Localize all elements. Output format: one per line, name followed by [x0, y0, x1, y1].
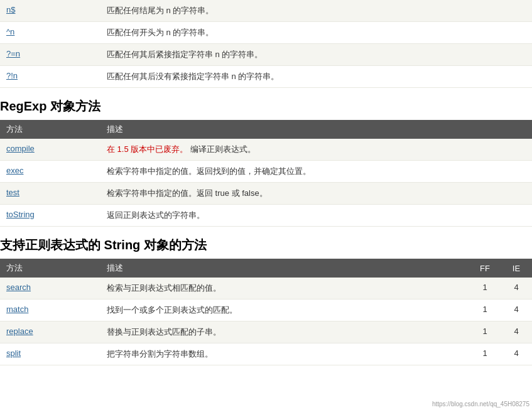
string-table: 方法 描述 FF IE search检索与正则表达式相匹配的值。14match找… [0, 259, 532, 365]
table-row: compile在 1.5 版本中已废弃。 编译正则表达式。 [0, 139, 532, 161]
string-title: 支持正则表达式的 String 对象的方法 [0, 237, 532, 254]
string-desc-cell: 替换与正则表达式匹配的子串。 [100, 321, 469, 343]
top-table-method-cell: n$ [0, 0, 100, 22]
regexp-method-cell: exec [0, 161, 100, 183]
string-method-cell: match [0, 299, 100, 321]
table-row: match找到一个或多个正则表达式的匹配。14 [0, 299, 532, 321]
top-table-method-link[interactable]: ?=n [6, 49, 20, 58]
string-method-cell: split [0, 343, 100, 365]
top-table-desc-cell: 匹配任何其后紧接指定字符串 n 的字符串。 [100, 44, 532, 66]
table-row: split把字符串分割为字符串数组。14 [0, 343, 532, 365]
string-ie-cell: 4 [501, 321, 532, 343]
table-row: toString返回正则表达式的字符串。 [0, 205, 532, 227]
top-table-method-link[interactable]: ^n [6, 27, 14, 36]
table-row: search检索与正则表达式相匹配的值。14 [0, 278, 532, 299]
regexp-desc-cell: 检索字符串中指定的值。返回找到的值，并确定其位置。 [100, 161, 532, 183]
regexp-desc-cell: 在 1.5 版本中已废弃。 编译正则表达式。 [100, 139, 532, 161]
table-row: exec检索字符串中指定的值。返回找到的值，并确定其位置。 [0, 161, 532, 183]
string-method-link[interactable]: match [6, 305, 28, 314]
regexp-section: RegExp 对象方法 方法 描述 compile在 1.5 版本中已废弃。 编… [0, 98, 532, 227]
table-row: replace替换与正则表达式匹配的子串。14 [0, 321, 532, 343]
string-ie-cell: 4 [501, 278, 532, 299]
table-row: test检索字符串中指定的值。返回 true 或 false。 [0, 183, 532, 205]
string-section: 支持正则表达式的 String 对象的方法 方法 描述 FF IE search… [0, 237, 532, 365]
top-table-method-cell: ?!n [0, 66, 100, 88]
regexp-method-link[interactable]: exec [6, 166, 23, 175]
string-ff-cell: 1 [469, 321, 501, 343]
top-table-desc-cell: 匹配任何结尾为 n 的字符串。 [100, 0, 532, 22]
table-row: ?!n匹配任何其后没有紧接指定字符串 n 的字符串。 [0, 66, 532, 88]
string-desc-cell: 检索与正则表达式相匹配的值。 [100, 278, 469, 299]
string-header-desc: 描述 [100, 259, 469, 278]
regexp-desc-cell: 返回正则表达式的字符串。 [100, 205, 532, 227]
regexp-method-link[interactable]: test [6, 188, 19, 197]
string-desc-cell: 把字符串分割为字符串数组。 [100, 343, 469, 365]
top-table-method-cell: ?=n [0, 44, 100, 66]
deprecated-text: 在 1.5 版本中已废弃。 [107, 144, 188, 154]
table-row: ?=n匹配任何其后紧接指定字符串 n 的字符串。 [0, 44, 532, 66]
string-desc-cell: 找到一个或多个正则表达式的匹配。 [100, 299, 469, 321]
string-ie-cell: 4 [501, 343, 532, 365]
string-method-link[interactable]: split [6, 348, 21, 358]
top-table-section: n$匹配任何结尾为 n 的字符串。^n匹配任何开头为 n 的字符串。?=n匹配任… [0, 0, 532, 88]
regexp-method-cell: compile [0, 139, 100, 161]
regexp-method-cell: toString [0, 205, 100, 227]
regexp-header-method: 方法 [0, 120, 100, 139]
regexp-header-desc: 描述 [100, 120, 532, 139]
string-method-link[interactable]: replace [6, 326, 33, 336]
string-method-cell: replace [0, 321, 100, 343]
string-header-ie: IE [501, 259, 532, 278]
regexp-method-link[interactable]: compile [6, 144, 35, 153]
string-ff-cell: 1 [469, 299, 501, 321]
top-table-method-cell: ^n [0, 22, 100, 44]
top-table-desc-cell: 匹配任何其后没有紧接指定字符串 n 的字符串。 [100, 66, 532, 88]
string-header-method: 方法 [0, 259, 100, 278]
table-row: ^n匹配任何开头为 n 的字符串。 [0, 22, 532, 44]
top-table-method-link[interactable]: n$ [6, 5, 15, 14]
top-table-desc-cell: 匹配任何开头为 n 的字符串。 [100, 22, 532, 44]
string-method-link[interactable]: search [6, 283, 31, 292]
regexp-method-cell: test [0, 183, 100, 205]
regexp-title: RegExp 对象方法 [0, 98, 532, 115]
string-method-cell: search [0, 278, 100, 299]
string-ff-cell: 1 [469, 343, 501, 365]
top-table: n$匹配任何结尾为 n 的字符串。^n匹配任何开头为 n 的字符串。?=n匹配任… [0, 0, 532, 88]
regexp-desc-cell: 检索字符串中指定的值。返回 true 或 false。 [100, 183, 532, 205]
string-header-ff: FF [469, 259, 501, 278]
desc-rest-text: 编译正则表达式。 [188, 144, 256, 154]
string-ff-cell: 1 [469, 278, 501, 299]
regexp-method-link[interactable]: toString [6, 210, 35, 219]
string-ie-cell: 4 [501, 299, 532, 321]
regexp-table: 方法 描述 compile在 1.5 版本中已废弃。 编译正则表达式。exec检… [0, 120, 532, 227]
top-table-method-link[interactable]: ?!n [6, 71, 18, 80]
table-row: n$匹配任何结尾为 n 的字符串。 [0, 0, 532, 22]
